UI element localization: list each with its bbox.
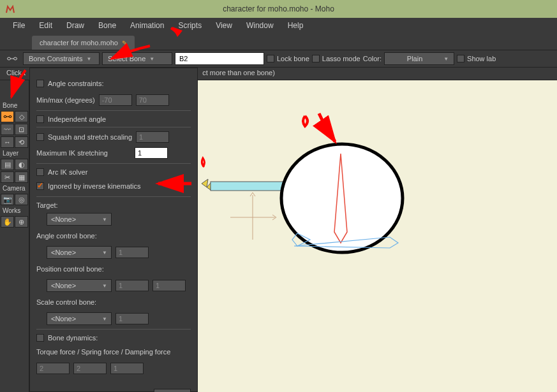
angle-control-dropdown[interactable]: <None> ▼ bbox=[47, 246, 112, 259]
angle-control-value: <None> bbox=[51, 249, 76, 256]
svg-point-1 bbox=[14, 57, 17, 60]
hint-text-suffix: ct more than one bone) bbox=[202, 69, 275, 76]
checkbox-checked-icon bbox=[36, 182, 44, 190]
position-control-dropdown[interactable]: <None> ▼ bbox=[47, 279, 112, 292]
position-control-label: Position control bone: bbox=[36, 265, 104, 273]
ignored-ik-check[interactable]: Ignored by inverse kinematics bbox=[36, 180, 191, 192]
workspace-tool-2[interactable]: ⊕ bbox=[15, 216, 28, 228]
scale-control-dropdown[interactable]: <None> ▼ bbox=[47, 312, 112, 325]
chevron-down-icon: ▼ bbox=[86, 56, 91, 62]
menu-scripts[interactable]: Scripts bbox=[172, 19, 208, 32]
menu-draw[interactable]: Draw bbox=[60, 19, 91, 32]
checkbox-icon bbox=[36, 133, 44, 141]
max-ik-input[interactable] bbox=[135, 147, 168, 159]
chevron-down-icon: ▼ bbox=[102, 283, 107, 289]
svg-point-0 bbox=[8, 57, 11, 60]
menu-edit[interactable]: Edit bbox=[33, 19, 59, 32]
target-label: Target: bbox=[36, 201, 58, 209]
squash-stretch-check[interactable]: Squash and stretch scaling bbox=[36, 127, 191, 143]
position-control-value: <None> bbox=[51, 282, 76, 289]
select-bone-tool[interactable] bbox=[1, 111, 14, 122]
color-dropdown[interactable]: Plain ▼ bbox=[384, 52, 454, 65]
min-degrees-input[interactable] bbox=[99, 94, 132, 106]
arc-ik-check[interactable]: Arc IK solver bbox=[36, 163, 191, 176]
bone-tool-icon[interactable] bbox=[4, 52, 20, 65]
svg-point-3 bbox=[4, 116, 6, 118]
lasso-mode-check[interactable]: Lasso mode bbox=[312, 55, 360, 62]
angle-control-num-input[interactable] bbox=[115, 247, 149, 258]
max-ik-label: Maximum IK stretching bbox=[36, 149, 131, 157]
menu-file[interactable]: File bbox=[6, 19, 31, 32]
menubar: File Edit Draw Bone Animation Scripts Vi… bbox=[0, 18, 557, 33]
menu-view[interactable]: View bbox=[209, 19, 239, 32]
camera-tool-1[interactable]: 📷 bbox=[1, 194, 14, 205]
color-label: Color: bbox=[363, 55, 382, 62]
menu-bone[interactable]: Bone bbox=[92, 19, 123, 32]
document-tab-label: character for moho.moho bbox=[40, 39, 118, 47]
svg-point-10 bbox=[281, 144, 403, 252]
chevron-down-icon: ▼ bbox=[149, 56, 154, 62]
workspace-tool-1[interactable]: ✋ bbox=[1, 216, 14, 228]
target-dropdown[interactable]: <None> ▼ bbox=[47, 213, 112, 226]
checkbox-icon bbox=[36, 334, 44, 342]
scale-num-input[interactable] bbox=[115, 313, 149, 324]
lock-bone-check[interactable]: Lock bone bbox=[267, 55, 309, 62]
menu-animation[interactable]: Animation bbox=[124, 19, 170, 32]
independent-angle-check[interactable]: Independent angle bbox=[36, 110, 191, 123]
bone-tool-6[interactable]: ⟲ bbox=[15, 136, 28, 148]
bone-constraints-panel: Angle constraints: Min/max (degrees) Ind… bbox=[29, 68, 198, 392]
scale-control-label: Scale control bone: bbox=[36, 298, 96, 306]
select-bone-label: Select Bone bbox=[108, 55, 145, 62]
menu-window[interactable]: Window bbox=[240, 19, 280, 32]
max-degrees-input[interactable] bbox=[136, 94, 169, 106]
layer-tool-2[interactable]: ◐ bbox=[15, 159, 28, 170]
bone-tool-2[interactable]: ◇ bbox=[15, 111, 28, 122]
position-num1-input[interactable] bbox=[115, 280, 149, 291]
menu-help[interactable]: Help bbox=[281, 19, 310, 32]
chevron-down-icon: ▼ bbox=[443, 56, 449, 62]
spring-input[interactable] bbox=[73, 363, 107, 374]
checkbox-icon bbox=[267, 55, 274, 62]
layer-tool-4[interactable]: ▦ bbox=[15, 171, 28, 183]
squash-stretch-label: Squash and stretch scaling bbox=[48, 133, 132, 141]
lock-bone-label: Lock bone bbox=[277, 55, 309, 62]
close-button[interactable]: Close bbox=[154, 389, 191, 392]
bone-dynamics-label: Bone dynamics: bbox=[48, 334, 98, 342]
document-tabbar: character for moho.moho ✎ bbox=[0, 33, 557, 50]
position-num2-input[interactable] bbox=[152, 280, 186, 291]
angle-control-label: Angle control bone: bbox=[36, 232, 97, 240]
angle-constraints-label: Angle constraints: bbox=[48, 80, 103, 87]
damping-input[interactable] bbox=[110, 363, 144, 374]
bone-tool-4[interactable]: ⊡ bbox=[15, 124, 28, 135]
bone-tool-3[interactable]: 〰 bbox=[1, 124, 14, 135]
ignored-ik-label: Ignored by inverse kinematics bbox=[48, 182, 141, 190]
document-tab[interactable]: character for moho.moho ✎ bbox=[32, 36, 135, 50]
checkbox-icon bbox=[312, 55, 320, 62]
show-labels-label: Show lab bbox=[467, 55, 496, 62]
squash-value-input[interactable] bbox=[136, 131, 169, 143]
show-labels-check[interactable]: Show lab bbox=[457, 55, 496, 62]
bone-dynamics-check[interactable]: Bone dynamics: bbox=[36, 329, 191, 342]
minmax-label: Min/max (degrees) bbox=[36, 96, 95, 104]
app-logo-icon bbox=[5, 4, 15, 14]
bone-tool-5[interactable]: ↔ bbox=[1, 136, 14, 148]
angle-constraints-check[interactable]: Angle constraints: bbox=[36, 77, 191, 90]
select-bone-dropdown[interactable]: Select Bone ▼ bbox=[102, 52, 172, 65]
bone-name-input[interactable] bbox=[175, 52, 264, 65]
camera-tool-2[interactable]: ◎ bbox=[15, 194, 28, 205]
torque-input[interactable] bbox=[36, 363, 70, 374]
dynamics-label: Torque force / Spring force / Damping fo… bbox=[36, 348, 170, 356]
hint-text-prefix: Click t bbox=[6, 69, 29, 76]
svg-point-4 bbox=[9, 116, 11, 118]
checkbox-icon bbox=[36, 80, 44, 87]
chevron-down-icon: ▼ bbox=[102, 217, 107, 222]
tool-sidebar: Bone ◇ 〰 ⊡ ↔ ⟲ Layer ▤ ◐ ✂ ▦ Camera 📷 ◎ … bbox=[0, 80, 29, 392]
titlebar: character for moho.moho - Moho bbox=[0, 0, 557, 18]
tool-options-bar: Bone Constraints ▼ Select Bone ▼ Lock bo… bbox=[0, 50, 557, 68]
sidebar-section-workspace: Works bbox=[0, 206, 29, 215]
sidebar-section-layer: Layer bbox=[0, 149, 29, 158]
layer-tool-3[interactable]: ✂ bbox=[1, 171, 14, 183]
window-title: character for moho.moho - Moho bbox=[223, 4, 334, 13]
layer-tool-1[interactable]: ▤ bbox=[1, 159, 14, 170]
bone-constraints-dropdown[interactable]: Bone Constraints ▼ bbox=[23, 52, 100, 65]
